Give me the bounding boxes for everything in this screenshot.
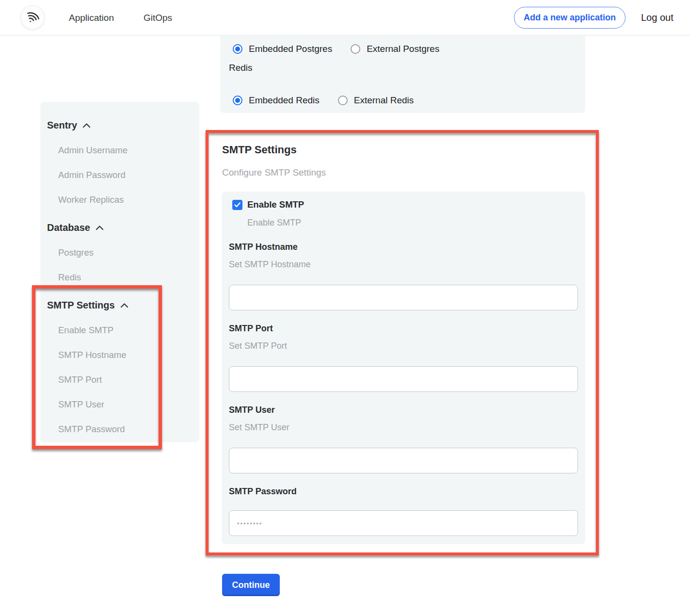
sidebar-item-smtp-port[interactable]: SMTP Port <box>58 374 199 385</box>
check-icon <box>234 202 241 208</box>
smtp-port-input[interactable] <box>229 366 578 392</box>
smtp-port-helper: Set SMTP Port <box>229 341 287 351</box>
sentry-logo-icon <box>21 6 44 29</box>
smtp-settings-form-panel: Enable SMTP Enable SMTP SMTP Hostname Se… <box>222 192 585 544</box>
external-postgres-radio[interactable] <box>351 44 360 54</box>
smtp-hostname-label: SMTP Hostname <box>229 242 298 252</box>
smtp-user-label: SMTP User <box>229 405 275 415</box>
sidebar-item-smtp-hostname[interactable]: SMTP Hostname <box>58 350 199 360</box>
sidebar-section-sentry-label: Sentry <box>47 120 77 131</box>
sidebar-item-admin-username[interactable]: Admin Username <box>58 145 199 156</box>
sidebar-section-database[interactable]: Database <box>47 222 199 233</box>
smtp-password-input[interactable] <box>229 510 578 536</box>
add-new-application-button[interactable]: Add a new application <box>514 7 626 29</box>
chevron-up-icon <box>82 123 91 128</box>
redis-radio-row: Embedded Redis External Redis <box>233 95 414 106</box>
smtp-port-label: SMTP Port <box>229 324 273 334</box>
postgres-radio-row: Embedded Postgres External Postgres <box>233 44 439 54</box>
sidebar-item-admin-password[interactable]: Admin Password <box>58 170 199 180</box>
sidebar-item-smtp-password[interactable]: SMTP Password <box>58 424 199 435</box>
redis-group-label: Redis <box>229 63 253 73</box>
sidebar-item-redis[interactable]: Redis <box>58 272 199 283</box>
external-postgres-label: External Postgres <box>367 44 439 54</box>
sidebar-item-worker-replicas[interactable]: Worker Replicas <box>58 195 199 205</box>
embedded-redis-label: Embedded Redis <box>249 95 320 106</box>
top-navbar: Application GitOps Add a new application… <box>0 0 690 35</box>
enable-smtp-checkbox[interactable] <box>232 200 242 210</box>
nav-item-application[interactable]: Application <box>69 0 114 35</box>
embedded-postgres-radio[interactable] <box>233 44 242 54</box>
enable-smtp-helper-text: Enable SMTP <box>247 218 301 228</box>
nav-item-gitops[interactable]: GitOps <box>144 0 172 35</box>
external-redis-label: External Redis <box>354 95 414 106</box>
config-sidebar: Sentry Admin Username Admin Password Wor… <box>40 102 199 442</box>
chevron-up-icon <box>96 225 104 230</box>
smtp-settings-subtitle: Configure SMTP Settings <box>222 167 326 178</box>
chevron-up-icon <box>120 303 128 308</box>
database-config-panel: Embedded Postgres External Postgres Redi… <box>220 36 585 113</box>
sidebar-item-enable-smtp[interactable]: Enable SMTP <box>58 325 199 336</box>
continue-button[interactable]: Continue <box>222 574 280 596</box>
sidebar-item-postgres[interactable]: Postgres <box>58 247 199 258</box>
smtp-password-label: SMTP Password <box>229 486 297 497</box>
sidebar-section-database-label: Database <box>47 222 90 233</box>
smtp-user-helper: Set SMTP User <box>229 422 289 433</box>
smtp-user-input[interactable] <box>229 448 578 473</box>
embedded-redis-radio[interactable] <box>233 96 242 105</box>
enable-smtp-checkbox-label[interactable]: Enable SMTP <box>247 199 304 210</box>
sidebar-section-sentry[interactable]: Sentry <box>47 119 199 131</box>
smtp-settings-title: SMTP Settings <box>222 144 297 156</box>
external-redis-radio[interactable] <box>338 96 348 105</box>
smtp-hostname-input[interactable] <box>229 285 578 310</box>
sidebar-item-smtp-user[interactable]: SMTP User <box>58 399 199 410</box>
embedded-postgres-label: Embedded Postgres <box>249 44 332 54</box>
logout-link[interactable]: Log out <box>641 0 674 35</box>
sidebar-section-smtp-settings[interactable]: SMTP Settings <box>47 299 199 311</box>
smtp-hostname-helper: Set SMTP Hostname <box>229 259 311 270</box>
sidebar-section-smtp-label: SMTP Settings <box>47 300 115 311</box>
